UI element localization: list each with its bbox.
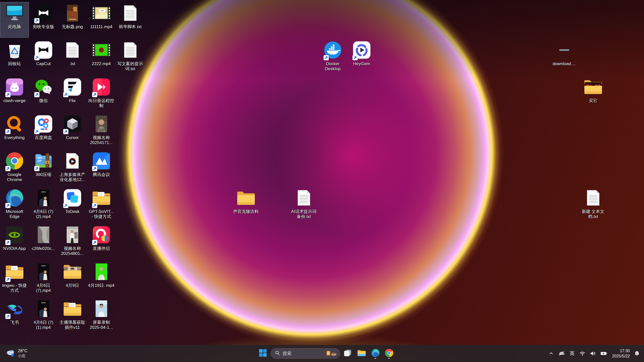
task-view-button[interactable] — [342, 347, 354, 359]
desktop-icon-label: GPT-SoVIT... - 快捷方式 — [88, 209, 115, 219]
desktop-icon-gpt-sovits-shortcut[interactable]: GPT-SoVIT... - 快捷方式 — [87, 187, 116, 222]
desktop-icon-flix[interactable]: Flix — [58, 76, 87, 112]
111111-mp4-icon — [87, 2, 115, 24]
chrome-taskbar-button[interactable] — [383, 347, 395, 359]
copywriting-prompts-txt-icon — [116, 39, 144, 61]
desktop-icon-cursor[interactable]: Cursor — [58, 113, 87, 149]
desktop-icon-label: 新建 文本文档.txt — [580, 209, 607, 219]
desktop-icon-buy-it-folder[interactable]: 买它 — [579, 76, 608, 112]
desktop-icon-recycle-bin[interactable]: 回收站 — [0, 39, 29, 75]
recycle-bin-icon — [0, 39, 29, 61]
download-icon — [550, 39, 578, 61]
desktop-icon-everything[interactable]: Everything — [0, 113, 29, 149]
desktop-icon-label: 111111.mp4 — [90, 24, 112, 29]
apr19-mp4-icon — [87, 261, 115, 283]
desktop-icon-label: 回收站 — [8, 61, 21, 66]
volume-tray-button[interactable] — [588, 351, 598, 356]
tray-chevron-up-icon[interactable] — [546, 351, 556, 356]
desktop-icon-this-pc[interactable]: 此电脑 — [0, 2, 29, 38]
feishu-icon — [0, 298, 29, 320]
baidu-netdisk-icon — [29, 113, 58, 135]
wifi-icon — [579, 351, 585, 356]
desktop-icon-label: 4月6日 (7)(2).mp4 — [30, 209, 57, 219]
clash-verge-icon — [0, 76, 29, 98]
shortcut-arrow-icon — [92, 240, 97, 245]
desktop-icon-label: 4月9日 — [66, 283, 79, 288]
desktop-icon-txt-file[interactable]: .txt — [58, 39, 87, 75]
file-explorer-button[interactable] — [355, 347, 368, 359]
desktop-icon-label: 屏幕录制 2025-04-1... — [88, 320, 115, 330]
shortcut-arrow-icon — [5, 129, 11, 134]
shortcut-arrow-icon — [5, 314, 11, 319]
shortcut-arrow-icon — [324, 55, 329, 60]
nvidia-app-icon — [0, 224, 29, 246]
desktop-icon-video-name-20254171[interactable]: 视频名称 20254171... — [87, 113, 116, 149]
screen-record-2025-04-icon — [87, 298, 115, 320]
battery-tray-button[interactable] — [598, 351, 610, 356]
apr9-folder-icon — [58, 261, 87, 283]
desktop-icon-nvidia-app[interactable]: NVIDIA App — [0, 224, 29, 259]
desktop-icon-live-companion[interactable]: 直播伴侣 — [87, 224, 116, 259]
desktop-icon-label: CapCut — [36, 61, 51, 66]
clock-time: 17:30 — [612, 348, 630, 353]
search-input[interactable]: 搜索 — [271, 348, 340, 359]
gpt-sovits-shortcut-icon — [87, 187, 115, 209]
ime-indicator[interactable]: 英 — [567, 350, 577, 357]
desktop-icon-docker-desktop[interactable]: Docker Desktop — [318, 39, 347, 75]
desktop-icon-todesk[interactable]: ToDesk — [58, 187, 87, 222]
weather-widget[interactable]: 28°C 小雨 — [3, 345, 30, 362]
desktop-icon-ai-script-prompt-backup[interactable]: AI话术提示词备份.txt — [289, 187, 318, 222]
desktop-icon-microsoft-edge[interactable]: Microsoft Edge — [0, 187, 29, 222]
desktop-icon-apr6-7-mp4[interactable]: 4月6日 (7).mp4 — [29, 261, 58, 296]
taskbar: 28°C 小雨 搜索 英 17:30 — [0, 345, 644, 362]
edge-taskbar-button[interactable] — [369, 347, 381, 359]
desktop-icon-label: clash-verge — [4, 98, 26, 103]
2222-mp4-icon — [87, 39, 115, 61]
desktop-icon-apr6-7-2-mp4[interactable]: 4月6日 (7)(2).mp4 — [29, 187, 58, 222]
desktop-icon-label: 视频名称 20254801... — [59, 246, 86, 256]
shortcut-arrow-icon — [34, 55, 39, 60]
desktop-icon-feishu[interactable]: 飞书 — [0, 298, 29, 333]
desktop-icon-tencent-meeting[interactable]: 腾讯会议 — [87, 150, 116, 186]
notification-bell-dnd-icon: z — [634, 351, 640, 356]
desktop-icon-yuhua-script-txt[interactable]: 裕华脚本.txt — [116, 2, 145, 38]
desktop-icon-apr6-7-1-mp4[interactable]: 4月6日 (7)(1).mp4 — [29, 298, 58, 333]
desktop-icon-video-name-20254801[interactable]: 视频名称 20254801... — [58, 224, 87, 259]
untitled-png-icon — [58, 2, 87, 24]
search-icon — [275, 350, 280, 356]
desktop-icon-capcut[interactable]: CapCut — [29, 39, 58, 75]
onedrive-tray-button[interactable] — [556, 351, 567, 356]
desktop-icon-tingwu-shortcut[interactable]: tingwu - 快捷方式 — [0, 261, 29, 296]
desktop-icon-c26fe020c[interactable]: c26fe020c... — [29, 224, 58, 259]
txt-file-icon — [58, 39, 87, 61]
desktop-icon-zip-360[interactable]: 360ZIP360压缩 — [29, 150, 58, 186]
desktop-icon-apr19-mp4[interactable]: 4月19日. mp4 — [87, 261, 116, 296]
chevron-up-icon — [549, 351, 554, 356]
desktop-icon-shanghai-multimedia[interactable]: 上海多媒体产业化基地12... — [58, 150, 87, 186]
desktop-icon-screen-record-2025-04[interactable]: 屏幕录制 2025-04-1... — [87, 298, 116, 333]
onedrive-off-icon — [558, 351, 565, 356]
desktop-icon-new-text-document[interactable]: 新建 文本文档.txt — [579, 187, 608, 222]
desktop-icon-clash-verge[interactable]: clash-verge — [0, 76, 29, 112]
desktop-icon-danmaku-plugin-v11[interactable]: 主播弹幕获取插件v11 — [58, 298, 87, 333]
desktop-icon-wechat[interactable]: 微信 — [29, 76, 58, 112]
desktop-icon-baidu-netdisk[interactable]: 百度网盘 — [29, 113, 58, 149]
desktop-icon-sunlogin[interactable]: 向日葵远程控制 — [87, 76, 116, 112]
desktop-icon-2222-mp4[interactable]: 2222.mp4 — [87, 39, 116, 75]
desktop-icon-label: 上海多媒体产业化基地12... — [59, 172, 86, 182]
network-tray-button[interactable] — [577, 351, 588, 356]
desktop-icon-untitled-png[interactable]: 无标题.png — [58, 2, 87, 38]
desktop-icon-111111-mp4[interactable]: 111111.mp4 — [87, 2, 116, 38]
desktop-icon-apr9-folder[interactable]: 4月9日 — [58, 261, 87, 296]
desktop-icon-jianying-pro[interactable]: 剪映专业版 — [29, 2, 58, 38]
flix-icon — [58, 76, 87, 98]
desktop-icon-download[interactable]: download.... — [550, 39, 579, 75]
start-button[interactable] — [257, 347, 269, 359]
desktop-icon-copywriting-prompts-txt[interactable]: 写文案的提示词.txt — [116, 39, 145, 75]
notification-bell-button[interactable]: z — [632, 351, 642, 356]
capcut-icon — [29, 39, 58, 61]
desktop-icon-google-chrome[interactable]: Google Chrome — [0, 150, 29, 186]
desktop-icon-voice-clone-corpus[interactable]: 声音克隆语料 — [231, 187, 260, 222]
desktop-icon-heygem[interactable]: HeyGem — [347, 39, 376, 75]
clock[interactable]: 17:30 2025/5/22 — [612, 348, 630, 359]
